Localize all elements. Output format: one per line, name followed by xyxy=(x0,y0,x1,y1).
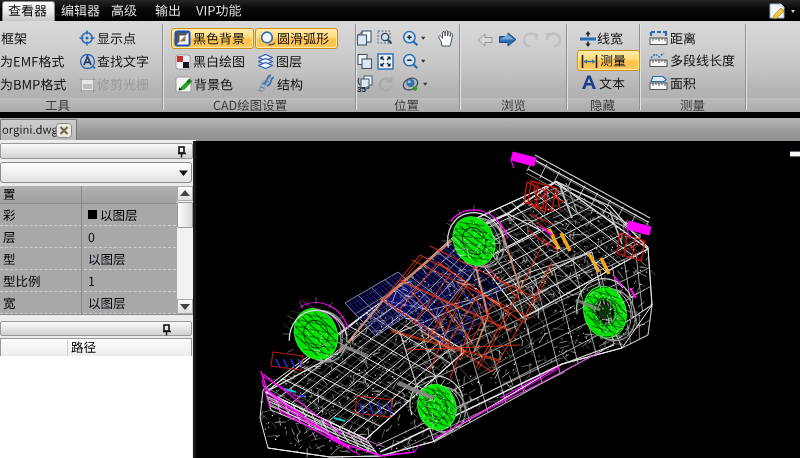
svg-text:35°: 35° xyxy=(357,85,369,93)
